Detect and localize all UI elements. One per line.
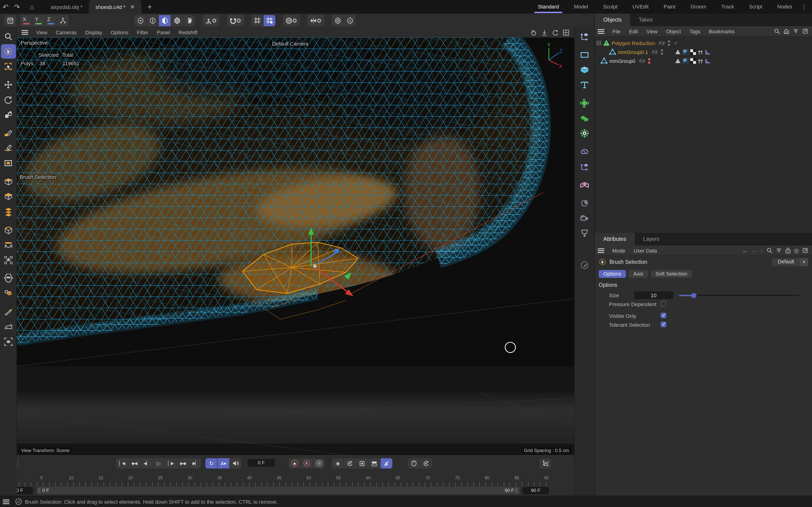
viewport-menu-options[interactable]: Options xyxy=(106,30,133,35)
preset-value[interactable]: Default xyxy=(772,258,800,266)
range-grip-left[interactable] xyxy=(38,488,41,493)
volume-builder-button[interactable] xyxy=(577,111,592,125)
brush-selection-tool-button[interactable] xyxy=(1,44,16,59)
points-mode-button[interactable] xyxy=(135,15,147,26)
phong-tag-icon[interactable] xyxy=(705,49,711,55)
layout-item-script[interactable]: Script xyxy=(742,0,770,14)
pressure-dependent-checkbox[interactable] xyxy=(661,301,666,306)
text-object-button[interactable] xyxy=(577,77,592,92)
mouse-record-button[interactable] xyxy=(408,458,420,468)
layout-item-paint[interactable]: Paint xyxy=(656,0,683,14)
texture-tag-icon[interactable] xyxy=(690,58,696,64)
previous-frame-button[interactable]: ◀▏ xyxy=(141,458,153,468)
next-key-button[interactable]: ▶◆ xyxy=(177,458,189,468)
axis-z-button[interactable]: Z xyxy=(45,15,57,26)
spline-primitive-button[interactable] xyxy=(577,47,592,62)
layout-item-groom[interactable]: Groom xyxy=(683,0,714,14)
material-editor-button[interactable] xyxy=(577,258,592,272)
chevron-down-icon[interactable]: ▼ xyxy=(800,258,808,266)
normal-tag-icon[interactable] xyxy=(675,58,681,64)
quantize-button[interactable] xyxy=(264,15,275,26)
world-axis-button[interactable] xyxy=(57,15,68,26)
toggle-views-icon[interactable] xyxy=(562,29,569,36)
uvw-tag-icon[interactable] xyxy=(697,58,703,64)
volume-cubes-button[interactable] xyxy=(1,286,16,300)
object-name[interactable]: Polygon Reduction xyxy=(612,40,655,46)
options-heading[interactable]: Options xyxy=(599,282,617,288)
preset-dropdown[interactable]: Default ▼ xyxy=(772,258,808,266)
attribute-menu-icon[interactable] xyxy=(598,248,604,253)
texture-tag-icon[interactable] xyxy=(690,49,696,55)
section-tab-axis[interactable]: Axis xyxy=(629,270,648,278)
enable-toggle[interactable] xyxy=(639,59,645,63)
symmetry-button[interactable] xyxy=(307,15,324,26)
enabled-check-icon[interactable]: ✓ xyxy=(674,40,678,46)
zoom-tool-button[interactable] xyxy=(1,29,16,44)
enable-toggle[interactable] xyxy=(659,41,665,45)
new-document-button[interactable]: ＋ xyxy=(146,2,153,11)
visibility-dots[interactable] xyxy=(668,40,670,46)
record-keyframe-button[interactable]: ◆ xyxy=(289,458,301,468)
undo-icon[interactable]: ↶ xyxy=(0,3,11,11)
camera-object-button[interactable] xyxy=(577,211,592,225)
viewport-menu-display[interactable]: Display xyxy=(81,30,106,35)
dolly-view-icon[interactable] xyxy=(541,29,548,36)
tweak-axis-button[interactable] xyxy=(577,29,592,44)
subdivide-button[interactable] xyxy=(1,189,16,204)
render-view-button[interactable] xyxy=(332,15,344,26)
home-icon[interactable]: ⌂ xyxy=(26,3,38,11)
key-position-button[interactable]: ◈ xyxy=(332,458,344,468)
layout-item-model[interactable]: Model xyxy=(566,0,596,14)
collapse-icon[interactable] xyxy=(597,41,601,45)
edges-mode-button[interactable] xyxy=(147,15,159,26)
phong-tag-icon[interactable] xyxy=(705,58,711,64)
om-menu-edit[interactable]: Edit xyxy=(625,29,642,34)
spline-edit-tool-button[interactable] xyxy=(1,141,16,155)
render-settings-button[interactable]: A xyxy=(344,15,356,26)
pen-tool-button[interactable] xyxy=(1,126,16,140)
viewport-menu-view[interactable]: View xyxy=(32,30,51,35)
object-name[interactable]: mmGroup0.1 xyxy=(618,49,648,55)
layout-overflow-icon[interactable]: ⋮ xyxy=(800,3,808,10)
back-icon[interactable]: ← xyxy=(742,247,748,254)
search-icon[interactable] xyxy=(766,247,772,253)
previous-key-button[interactable]: ◆◀ xyxy=(128,458,141,468)
open-timeline-button[interactable] xyxy=(540,458,551,468)
object-row-mmgroup0-1[interactable]: mmGroup0.1 xyxy=(595,47,812,56)
mograph-button[interactable] xyxy=(577,159,592,174)
sound-button[interactable] xyxy=(230,458,242,468)
normal-tag-icon[interactable] xyxy=(675,49,681,55)
close-tab-icon[interactable]: ✕ xyxy=(130,3,135,10)
axis-y-button[interactable]: Y xyxy=(33,15,45,26)
environment-button[interactable] xyxy=(577,196,592,210)
object-name[interactable]: mmGroup0 xyxy=(609,58,635,64)
tab-layers[interactable]: Layers xyxy=(635,233,668,245)
object-row-polygon-reduction[interactable]: Polygon Reduction ✓ xyxy=(595,39,812,47)
play-button[interactable]: ▷ xyxy=(153,458,165,468)
stage-object-button[interactable] xyxy=(577,226,592,240)
end-frame-field[interactable]: 90 F xyxy=(522,487,549,494)
om-menu-bookmarks[interactable]: Bookmarks xyxy=(705,29,739,34)
status-menu-icon[interactable] xyxy=(3,499,9,504)
texture-mode-button[interactable] xyxy=(183,15,195,26)
live-selection-tool-button[interactable] xyxy=(1,59,16,74)
tab-attributes[interactable]: Attributes xyxy=(595,233,635,245)
size-input[interactable]: 10 xyxy=(634,291,673,299)
om-menu-tags[interactable]: Tags xyxy=(685,29,705,34)
layout-item-uvedit[interactable]: UVEdit xyxy=(625,0,656,14)
size-slider-knob[interactable] xyxy=(691,293,696,298)
object-manager-menu-icon[interactable] xyxy=(598,29,604,34)
frame-selected-button[interactable] xyxy=(1,334,16,349)
rectangle-spline-button[interactable] xyxy=(1,156,16,170)
layout-item-track[interactable]: Track xyxy=(714,0,742,14)
attr-menu-userdata[interactable]: User Data xyxy=(629,247,661,253)
keying-settings-button[interactable]: ⚙ xyxy=(313,458,325,468)
redo-icon[interactable]: ↷ xyxy=(11,3,22,11)
section-tab-options[interactable]: Options xyxy=(599,270,626,278)
pan-view-icon[interactable] xyxy=(530,29,537,36)
visibility-dots[interactable] xyxy=(661,49,663,55)
bridge-button[interactable] xyxy=(1,237,16,252)
key-parameter-button[interactable] xyxy=(368,458,380,468)
model-mode-button[interactable] xyxy=(171,15,183,26)
filter-icon[interactable] xyxy=(793,28,799,34)
